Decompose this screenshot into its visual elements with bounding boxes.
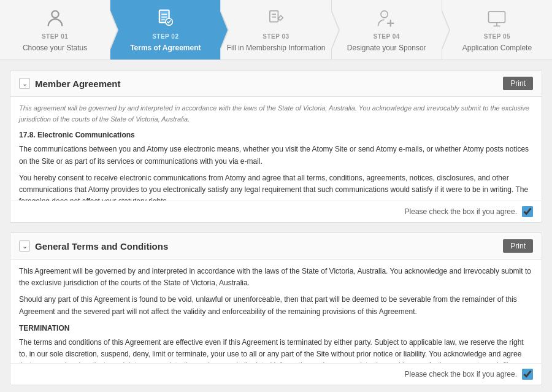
main-content: ⌄ Member Agreement Print This agreement …: [0, 60, 552, 392]
general-terms-agree-row: Please check the box if you agree.: [10, 364, 542, 385]
general-terms-agree-text: Please check the box if you agree.: [405, 370, 517, 379]
general-terms-header: ⌄ General Terms and Conditions Print: [10, 233, 542, 259]
member-agreement-content[interactable]: This agreement will be governed by and i…: [10, 97, 542, 201]
member-agreement-print-button[interactable]: Print: [503, 77, 533, 90]
text-17-8-1: The communications between you and Atomy…: [19, 144, 533, 167]
member-agreement-checkbox[interactable]: [522, 206, 533, 217]
monitor-icon: [486, 7, 508, 29]
pencil-icon: [265, 7, 287, 29]
member-agreement-toggle[interactable]: ⌄: [19, 78, 30, 89]
svg-rect-12: [489, 12, 505, 23]
gt-subtitle-termination: TERMINATION: [19, 323, 533, 334]
step01-title: Choose your Status: [23, 44, 87, 52]
general-terms-toggle[interactable]: ⌄: [19, 240, 30, 252]
user-plus-icon: [375, 7, 397, 29]
member-agreement-title: Member Agreement: [35, 79, 503, 89]
member-agreement-agree-row: Please check the box if you agree.: [10, 201, 542, 222]
member-agreement-header: ⌄ Member Agreement Print: [10, 71, 542, 97]
step-02[interactable]: STEP 02 Terms of Agreement: [110, 0, 221, 60]
general-terms-checkbox[interactable]: [522, 369, 533, 380]
step-04[interactable]: STEP 04 Designate your Sponsor: [332, 0, 442, 60]
step05-label: STEP 05: [484, 33, 510, 40]
step-01[interactable]: STEP 01 Choose your Status: [0, 0, 110, 60]
general-terms-section: ⌄ General Terms and Conditions Print Thi…: [10, 233, 542, 385]
step-05[interactable]: STEP 05 Application Complete: [442, 0, 552, 60]
svg-point-0: [52, 11, 58, 18]
step03-title: Fill in Membership Information: [227, 44, 326, 52]
text-17-8-2: You hereby consent to receive electronic…: [19, 172, 533, 201]
step01-label: STEP 01: [42, 33, 68, 40]
general-terms-print-button[interactable]: Print: [503, 239, 533, 253]
step05-title: Application Complete: [462, 44, 532, 52]
toggle-chevron-2: ⌄: [22, 242, 28, 250]
person-icon: [44, 7, 66, 29]
document-icon: [155, 7, 177, 29]
gt-text-2: Should any part of this Agreement is fou…: [19, 294, 533, 317]
gt-text-termination: The terms and conditions of this Agreeme…: [19, 337, 533, 364]
stepper: STEP 01 Choose your Status STEP 02 Terms…: [0, 0, 552, 60]
general-terms-title: General Terms and Conditions: [35, 241, 503, 252]
toggle-chevron: ⌄: [22, 80, 28, 88]
step02-title: Terms of Agreement: [130, 44, 201, 52]
svg-rect-6: [270, 11, 278, 22]
subtitle-17-8: 17.8. Electronic Communications: [19, 129, 533, 141]
step04-label: STEP 04: [374, 33, 400, 40]
step04-title: Designate your Sponsor: [347, 44, 426, 52]
gt-text-1: This Agreement will be governed by and i…: [19, 266, 533, 289]
member-agreement-agree-text: Please check the box if you agree.: [405, 207, 517, 216]
step03-label: STEP 03: [263, 33, 289, 40]
step-03[interactable]: STEP 03 Fill in Membership Information: [221, 0, 331, 60]
svg-point-9: [381, 11, 388, 18]
content-text: This agreement will be governed by and i…: [19, 103, 533, 125]
member-agreement-section: ⌄ Member Agreement Print This agreement …: [10, 70, 542, 223]
step02-label: STEP 02: [152, 33, 178, 40]
general-terms-content[interactable]: This Agreement will be governed by and i…: [10, 259, 542, 364]
